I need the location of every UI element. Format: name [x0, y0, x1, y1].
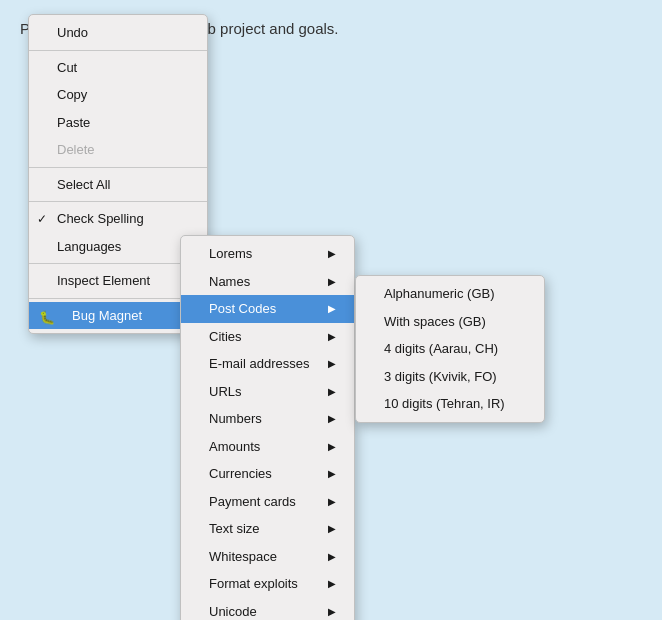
submenu-l2-emailaddresses[interactable]: E-mail addresses ▶: [181, 350, 354, 378]
arrow-icon: ▶: [328, 576, 336, 591]
submenu-l3-alphanumeric-gb[interactable]: Alphanumeric (GB): [356, 280, 544, 308]
arrow-icon: ▶: [328, 494, 336, 509]
arrow-icon: ▶: [328, 329, 336, 344]
divider: [29, 50, 207, 51]
submenu-l2-postcodes[interactable]: Post Codes ▶: [181, 295, 354, 323]
menu-item-cut[interactable]: Cut: [29, 54, 207, 82]
arrow-icon: ▶: [328, 604, 336, 619]
arrow-icon: ▶: [328, 356, 336, 371]
arrow-icon: ▶: [328, 301, 336, 316]
submenu-l2-names[interactable]: Names ▶: [181, 268, 354, 296]
submenu-l2-cities[interactable]: Cities ▶: [181, 323, 354, 351]
submenu-l2-whitespace[interactable]: Whitespace ▶: [181, 543, 354, 571]
arrow-icon: ▶: [328, 521, 336, 536]
submenu-l2-unicode[interactable]: Unicode ▶: [181, 598, 354, 621]
submenu-level3-postcodes: Alphanumeric (GB) With spaces (GB) 4 dig…: [355, 275, 545, 423]
menu-item-undo[interactable]: Undo: [29, 19, 207, 47]
arrow-icon: ▶: [328, 411, 336, 426]
submenu-l3-with-spaces-gb[interactable]: With spaces (GB): [356, 308, 544, 336]
menu-item-selectall[interactable]: Select All: [29, 171, 207, 199]
divider: [29, 167, 207, 168]
submenu-l3-10digits-tehran[interactable]: 10 digits (Tehran, IR): [356, 390, 544, 418]
bug-icon: 🐛: [39, 308, 53, 322]
submenu-l2-numbers[interactable]: Numbers ▶: [181, 405, 354, 433]
divider: [29, 201, 207, 202]
submenu-l2-currencies[interactable]: Currencies ▶: [181, 460, 354, 488]
menu-item-delete: Delete: [29, 136, 207, 164]
submenu-l3-3digits-kvivik[interactable]: 3 digits (Kvivik, FO): [356, 363, 544, 391]
submenu-l2-formatexploits[interactable]: Format exploits ▶: [181, 570, 354, 598]
arrow-icon: ▶: [328, 549, 336, 564]
submenu-l3-4digits-aarau[interactable]: 4 digits (Aarau, CH): [356, 335, 544, 363]
submenu-level2: Lorems ▶ Names ▶ Post Codes ▶ Cities ▶ E…: [180, 235, 355, 620]
arrow-icon: ▶: [328, 246, 336, 261]
submenu-l2-paymentcards[interactable]: Payment cards ▶: [181, 488, 354, 516]
arrow-icon: ▶: [328, 466, 336, 481]
menu-item-paste[interactable]: Paste: [29, 109, 207, 137]
submenu-l2-amounts[interactable]: Amounts ▶: [181, 433, 354, 461]
submenu-l2-urls[interactable]: URLs ▶: [181, 378, 354, 406]
submenu-l2-textsize[interactable]: Text size ▶: [181, 515, 354, 543]
submenu-l2-lorems[interactable]: Lorems ▶: [181, 240, 354, 268]
arrow-icon: ▶: [328, 439, 336, 454]
arrow-icon: ▶: [328, 384, 336, 399]
menu-item-checkspelling[interactable]: Check Spelling: [29, 205, 207, 233]
menu-item-copy[interactable]: Copy: [29, 81, 207, 109]
arrow-icon: ▶: [328, 274, 336, 289]
